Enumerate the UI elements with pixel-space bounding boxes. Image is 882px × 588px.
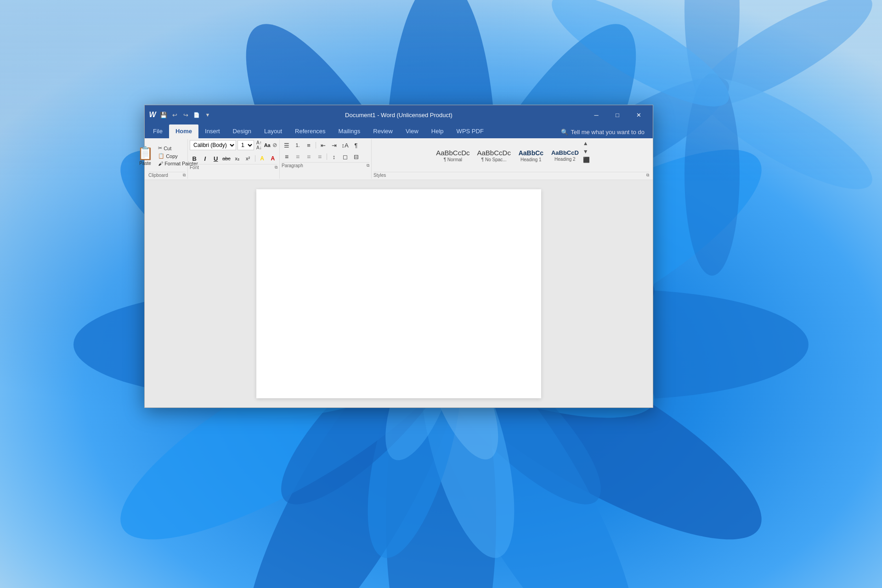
align-center-button[interactable]: ≡ (293, 152, 303, 162)
ribbon-tabs: File Home Insert Design Layout Reference… (145, 124, 653, 138)
tab-review[interactable]: Review (367, 124, 399, 138)
minimize-button[interactable]: ─ (586, 105, 607, 124)
show-marks-button[interactable]: ¶ (351, 140, 361, 150)
font-expand[interactable]: ⧉ (275, 165, 277, 170)
paste-icon: 📋 (137, 146, 153, 161)
font-divider (255, 155, 255, 162)
clipboard-expand[interactable]: ⧉ (183, 173, 186, 178)
styles-scroll-up[interactable]: ▲ (583, 140, 590, 147)
word-window: W 💾 ↩ ↪ 📄 ▼ Document1 - Word (Unlicensed… (144, 105, 653, 408)
format-painter-icon: 🖌 (158, 161, 163, 166)
align-left-button[interactable]: ≡ (282, 152, 292, 162)
save-icon[interactable]: 💾 (159, 111, 168, 119)
para-row2: ≡ ≡ ≡ ≡ ↕ ◻ ⊟ (282, 152, 369, 162)
text-highlight-button[interactable]: A (258, 153, 267, 164)
styles-label: Styles (373, 173, 386, 178)
search-box[interactable]: 🔍 Tell me what you want to do (554, 126, 651, 138)
numbering-button[interactable]: 1. (293, 140, 303, 150)
font-label-row: Font ⧉ (190, 164, 277, 170)
title-bar-title: Document1 - Word (Unlicensed Product) (212, 112, 586, 119)
font-group: Calibri (Body) 11 A↑ A↓ Aa ⊘ B I U (188, 139, 280, 179)
style-normal-label: ¶ Normal (444, 157, 462, 162)
paragraph-label: Paragraph (282, 163, 303, 168)
shading-button[interactable]: ◻ (340, 152, 350, 162)
clipboard-group: 📋 Paste ✂ Cut 📋 Copy 🖌 Format Painter (147, 139, 188, 179)
justify-button[interactable]: ≡ (315, 152, 325, 162)
bold-button[interactable]: B (190, 153, 199, 164)
sort-button[interactable]: ↕A (340, 140, 350, 150)
close-button[interactable]: ✕ (628, 105, 649, 124)
subscript-button[interactable]: x₂ (232, 153, 242, 164)
tab-design[interactable]: Design (226, 124, 258, 138)
font-label: Font (190, 165, 199, 170)
bullets-button[interactable]: ☰ (282, 140, 292, 150)
tab-mailings[interactable]: Mailings (332, 124, 367, 138)
styles-scroll: ▲ ▼ ⬛ (583, 140, 590, 171)
maximize-button[interactable]: □ (607, 105, 628, 124)
style-heading1[interactable]: AaBbCc Heading 1 (515, 142, 547, 169)
tab-wpspdf[interactable]: WPS PDF (450, 124, 490, 138)
tab-view[interactable]: View (399, 124, 425, 138)
styles-group: AaBbCcDc ¶ Normal AaBbCcDc ¶ No Spac... … (372, 139, 651, 179)
cut-button[interactable]: ✂ Cut (157, 145, 173, 152)
styles-scroll-down[interactable]: ▼ (583, 148, 590, 155)
font-name-select[interactable]: Calibri (Body) (190, 140, 236, 150)
search-label: Tell me what you want to do (571, 129, 645, 136)
clipboard-label-row: Clipboard ⧉ (148, 172, 186, 178)
styles-expand-btn[interactable]: ⧉ (646, 173, 649, 178)
paragraph-expand[interactable]: ⧉ (367, 163, 369, 168)
tab-insert[interactable]: Insert (198, 124, 226, 138)
underline-button[interactable]: U (211, 153, 220, 164)
cut-icon: ✂ (158, 145, 162, 151)
decrease-font-button[interactable]: A↓ (255, 145, 263, 150)
decrease-indent-button[interactable]: ⇤ (318, 140, 328, 150)
tab-references[interactable]: References (288, 124, 332, 138)
cut-label: Cut (164, 146, 171, 151)
style-no-spacing[interactable]: AaBbCcDc ¶ No Spac... (474, 142, 514, 169)
title-bar: W 💾 ↩ ↪ 📄 ▼ Document1 - Word (Unlicensed… (145, 105, 653, 124)
tab-home[interactable]: Home (169, 124, 198, 138)
redo-icon[interactable]: ↪ (181, 111, 190, 119)
strikethrough-button[interactable]: abc (222, 153, 231, 164)
font-size-select[interactable]: 11 (237, 140, 254, 150)
styles-expand[interactable]: ⬛ (583, 157, 590, 163)
copy-icon: 📋 (158, 153, 164, 159)
new-icon[interactable]: 📄 (192, 111, 201, 119)
style-heading1-label: Heading 1 (520, 157, 542, 162)
paragraph-group: ☰ 1. ≡ ⇤ ⇥ ↕A ¶ ≡ ≡ ≡ ≡ ↕ ◻ ⊟ (280, 139, 372, 179)
paragraph-label-row: Paragraph ⧉ (282, 162, 369, 168)
tab-layout[interactable]: Layout (258, 124, 288, 138)
style-heading2-label: Heading 2 (554, 157, 576, 162)
document-page[interactable] (256, 189, 541, 398)
paste-label: Paste (139, 161, 151, 166)
undo-icon[interactable]: ↩ (170, 111, 179, 119)
align-right-button[interactable]: ≡ (304, 152, 314, 162)
multilevel-button[interactable]: ≡ (304, 140, 314, 150)
style-normal[interactable]: AaBbCcDc ¶ Normal (433, 142, 473, 169)
ribbon-toolbar: 📋 Paste ✂ Cut 📋 Copy 🖌 Format Painter (145, 138, 653, 180)
tab-file[interactable]: File (147, 124, 169, 138)
tab-help[interactable]: Help (425, 124, 450, 138)
increase-indent-button[interactable]: ⇥ (329, 140, 339, 150)
paste-button[interactable]: 📋 Paste (135, 142, 156, 169)
borders-button[interactable]: ⊟ (351, 152, 361, 162)
change-case-button[interactable]: Aa (264, 140, 271, 150)
document-area (145, 180, 653, 407)
style-no-spacing-preview: AaBbCcDc (477, 149, 511, 156)
superscript-button[interactable]: x² (243, 153, 252, 164)
customize-icon[interactable]: ▼ (204, 111, 212, 119)
para-divider2 (327, 153, 327, 160)
font-color-button[interactable]: A (268, 153, 277, 164)
para-divider1 (316, 142, 316, 148)
line-spacing-button[interactable]: ↕ (329, 152, 339, 162)
clear-formatting-button[interactable]: ⊘ (272, 140, 277, 150)
styles-row: AaBbCcDc ¶ Normal AaBbCcDc ¶ No Spac... … (433, 140, 590, 171)
increase-font-button[interactable]: A↑ (255, 140, 263, 145)
para-row1: ☰ 1. ≡ ⇤ ⇥ ↕A ¶ (282, 140, 369, 150)
style-no-spacing-label: ¶ No Spac... (481, 157, 507, 162)
style-heading2[interactable]: AaBbCcD Heading 2 (548, 142, 582, 169)
font-row1: Calibri (Body) 11 A↑ A↓ Aa ⊘ (190, 140, 277, 150)
italic-button[interactable]: I (200, 153, 209, 164)
styles-label-row: Styles ⧉ (373, 172, 649, 178)
copy-button[interactable]: 📋 Copy (157, 153, 179, 159)
